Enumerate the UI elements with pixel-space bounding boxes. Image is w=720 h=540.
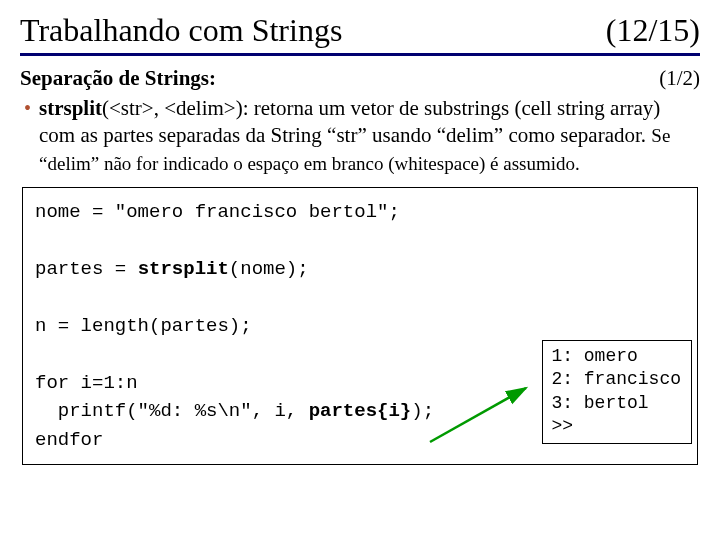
slide-pager: (12/15)	[606, 12, 700, 49]
code-cell-index: partes{i}	[309, 400, 412, 422]
sub-pager: (1/2)	[659, 66, 700, 91]
bullet-disc-icon: •	[22, 95, 31, 177]
code-frag: partes =	[35, 258, 138, 280]
bullet-list: • strsplit(<str>, <delim>): retorna um v…	[22, 95, 700, 177]
bullet-text: strsplit(<str>, <delim>): retorna um vet…	[39, 95, 700, 177]
code-blank	[35, 283, 685, 312]
bullet-item: • strsplit(<str>, <delim>): retorna um v…	[22, 95, 700, 177]
code-line: n = length(partes);	[35, 312, 685, 341]
title-row: Trabalhando com Strings (12/15)	[20, 12, 700, 56]
code-frag: (nome);	[229, 258, 309, 280]
slide-title: Trabalhando com Strings	[20, 12, 342, 49]
subheading: Separação de Strings:	[20, 66, 216, 90]
code-blank	[35, 226, 685, 255]
code-line: nome = "omero francisco bertol";	[35, 198, 685, 227]
output-box: 1: omero 2: francisco 3: bertol >>	[542, 340, 692, 444]
code-frag: );	[411, 400, 434, 422]
subheading-row: Separação de Strings: (1/2)	[20, 66, 700, 91]
function-signature: (<str>, <delim>): retorna um vetor de su…	[39, 96, 660, 147]
code-strsplit-call: strsplit	[138, 258, 229, 280]
code-line: partes = strsplit(nome);	[35, 255, 685, 284]
code-frag: printf("%d: %s\n", i,	[35, 400, 309, 422]
function-name: strsplit	[39, 96, 102, 120]
